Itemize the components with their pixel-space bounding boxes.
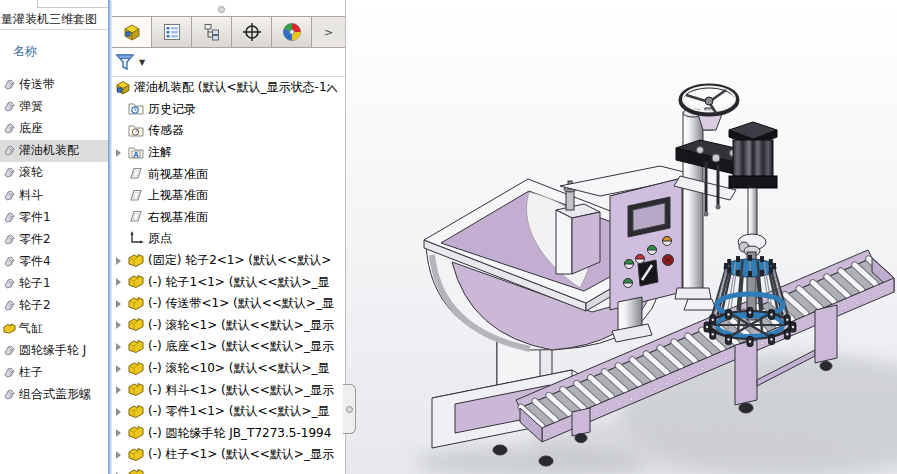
tree-item[interactable]: 上视基准面 bbox=[112, 185, 345, 207]
part-icon bbox=[128, 296, 144, 311]
tree-item[interactable]: (-) 传送带<1> (默认<<默认>_显 bbox=[112, 293, 345, 315]
list-item[interactable]: 滚轮 bbox=[0, 162, 108, 184]
tree-item-label: (固定) 轮子2<1> (默认<<默认> bbox=[148, 252, 331, 269]
tree-item-label: (-) 滚轮<1> (默认<<默认>_显示 bbox=[148, 317, 334, 334]
tree-item[interactable]: (-) 圆轮缘手轮 JB_T7273.5-1994 bbox=[112, 423, 345, 445]
list-item-label: 传送带 bbox=[19, 76, 55, 93]
expand-arrow-icon[interactable] bbox=[114, 212, 124, 222]
part-icon bbox=[128, 468, 144, 474]
expand-arrow-icon[interactable] bbox=[114, 342, 124, 352]
tree-item-label: (-) 圆轮缘手轮 JB_T7273.5-1994 bbox=[148, 425, 331, 442]
propertymanager-icon bbox=[163, 23, 181, 41]
tree-item[interactable]: 右视基准面 bbox=[112, 207, 345, 229]
tree-item[interactable]: (-) 零件1<1> (默认<<默认>_显 bbox=[112, 401, 345, 423]
document-title: 量灌装机三维套图 bbox=[1, 11, 107, 28]
tree-item[interactable] bbox=[112, 466, 345, 474]
part-thumbnail-icon bbox=[3, 189, 16, 202]
tab-featuremanager[interactable] bbox=[112, 17, 152, 47]
list-item[interactable]: 柱子 bbox=[0, 361, 108, 383]
list-item[interactable]: 轮子1 bbox=[0, 273, 108, 295]
expand-arrow-icon[interactable] bbox=[114, 450, 124, 460]
expand-arrow-icon[interactable] bbox=[114, 428, 124, 438]
list-item[interactable]: 气缸 bbox=[0, 317, 108, 339]
expand-arrow-icon[interactable] bbox=[114, 169, 124, 179]
list-item[interactable]: 圆轮缘手轮 J bbox=[0, 339, 108, 361]
tree-item[interactable]: A注解 bbox=[112, 142, 345, 164]
tree-item[interactable]: (-) 柱子<1> (默认<<默认>_显示 bbox=[112, 444, 345, 466]
filter-bar[interactable]: ▼ bbox=[112, 48, 345, 77]
list-item-label: 零件2 bbox=[19, 231, 51, 248]
tree-item-label: 注解 bbox=[148, 144, 172, 161]
dimxpertmanager-icon bbox=[242, 22, 262, 42]
tree-scroll-up-button[interactable] bbox=[326, 82, 338, 96]
name-column-header[interactable]: 名称 bbox=[13, 43, 37, 60]
assembly-icon bbox=[114, 80, 131, 95]
tree-item[interactable]: (-) 料斗<1> (默认<<默认>_显示 bbox=[112, 379, 345, 401]
reference-plane-icon bbox=[128, 188, 144, 202]
tab-dimxpertmanager[interactable] bbox=[232, 17, 272, 47]
list-item[interactable]: 零件1 bbox=[0, 206, 108, 228]
list-item[interactable]: 弹簧 bbox=[0, 95, 108, 117]
list-item[interactable]: 零件2 bbox=[0, 228, 108, 250]
featuremanager-tree-icon bbox=[122, 23, 142, 41]
tab-displaymanager[interactable] bbox=[272, 17, 312, 47]
featuremanager-top-strip bbox=[112, 0, 345, 16]
filter-dropdown-caret-icon[interactable]: ▼ bbox=[139, 58, 145, 67]
list-item-label: 气缸 bbox=[19, 320, 43, 337]
list-item-label: 灌油机装配 bbox=[19, 142, 79, 159]
expand-arrow-icon[interactable] bbox=[114, 191, 124, 201]
panel-splitter-handle[interactable] bbox=[343, 384, 356, 434]
part-thumbnail-icon bbox=[3, 322, 16, 335]
list-item[interactable]: 传送带 bbox=[0, 73, 108, 95]
tree-item[interactable]: 前视基准面 bbox=[112, 163, 345, 185]
configurationmanager-icon bbox=[203, 23, 221, 41]
tree-item[interactable]: (-) 滚轮<1> (默认<<默认>_显示 bbox=[112, 315, 345, 337]
list-item-label: 圆轮缘手轮 J bbox=[19, 342, 86, 359]
list-item-label: 零件4 bbox=[19, 253, 51, 270]
list-item[interactable]: 组合式盖形螺 bbox=[0, 384, 108, 406]
tree-item-label: (-) 轮子1<1> (默认<<默认>_显 bbox=[148, 274, 330, 291]
tree-root-label: 灌油机装配 (默认<默认_显示状态-1: bbox=[134, 79, 331, 96]
list-item-label: 底座 bbox=[19, 120, 43, 137]
tree-item-label: 前视基准面 bbox=[148, 166, 208, 183]
list-item[interactable]: 零件4 bbox=[0, 251, 108, 273]
panel-grip-dot-icon[interactable] bbox=[218, 6, 225, 13]
left-panel-splitter[interactable] bbox=[108, 0, 112, 474]
part-icon bbox=[128, 253, 144, 268]
expand-arrow-icon[interactable] bbox=[114, 385, 124, 395]
list-item[interactable]: 底座 bbox=[0, 117, 108, 139]
expand-arrow-icon[interactable] bbox=[114, 104, 124, 114]
tree-item[interactable]: (固定) 轮子2<1> (默认<<默认> bbox=[112, 250, 345, 272]
expand-arrow-icon[interactable] bbox=[114, 126, 124, 136]
tree-item[interactable]: 原点 bbox=[112, 228, 345, 250]
tree-root-item[interactable]: 灌油机装配 (默认<默认_显示状态-1: bbox=[112, 77, 345, 99]
part-thumbnail-icon bbox=[3, 388, 16, 401]
tree-item-label: 上视基准面 bbox=[148, 187, 208, 204]
tab-propertymanager[interactable] bbox=[152, 17, 192, 47]
top-divider-tick bbox=[37, 0, 38, 7]
tree-item[interactable]: 传感器 bbox=[112, 120, 345, 142]
file-list-panel: 量灌装机三维套图 名称 传送带弹簧底座灌油机装配滚轮料斗零件1零件2零件4轮子1… bbox=[0, 0, 108, 474]
expand-arrow-icon[interactable] bbox=[114, 277, 124, 287]
tabs-overflow-button[interactable]: > bbox=[312, 17, 345, 47]
expand-arrow-icon[interactable] bbox=[114, 234, 124, 244]
expand-arrow-icon[interactable] bbox=[114, 148, 124, 158]
tree-item[interactable]: (-) 滚轮<10> (默认<<默认>_显 bbox=[112, 358, 345, 380]
part-thumbnail-icon bbox=[3, 277, 16, 290]
featuremanager-tabs: > bbox=[112, 16, 345, 48]
expand-arrow-icon[interactable] bbox=[114, 256, 124, 266]
expand-arrow-icon[interactable] bbox=[114, 364, 124, 374]
expand-arrow-icon[interactable] bbox=[114, 320, 124, 330]
tree-item-label: 右视基准面 bbox=[148, 209, 208, 226]
list-item-label: 料斗 bbox=[19, 187, 43, 204]
list-item[interactable]: 轮子2 bbox=[0, 295, 108, 317]
expand-arrow-icon[interactable] bbox=[114, 299, 124, 309]
sensors-folder-icon bbox=[128, 123, 144, 137]
tree-item[interactable]: 历史记录 bbox=[112, 99, 345, 121]
expand-arrow-icon[interactable] bbox=[114, 407, 124, 417]
tab-configurationmanager[interactable] bbox=[192, 17, 232, 47]
tree-item[interactable]: (-) 轮子1<1> (默认<<默认>_显 bbox=[112, 271, 345, 293]
list-item[interactable]: 灌油机装配 bbox=[0, 140, 108, 162]
tree-item[interactable]: (-) 底座<1> (默认<<默认>_显示 bbox=[112, 336, 345, 358]
list-item[interactable]: 料斗 bbox=[0, 184, 108, 206]
